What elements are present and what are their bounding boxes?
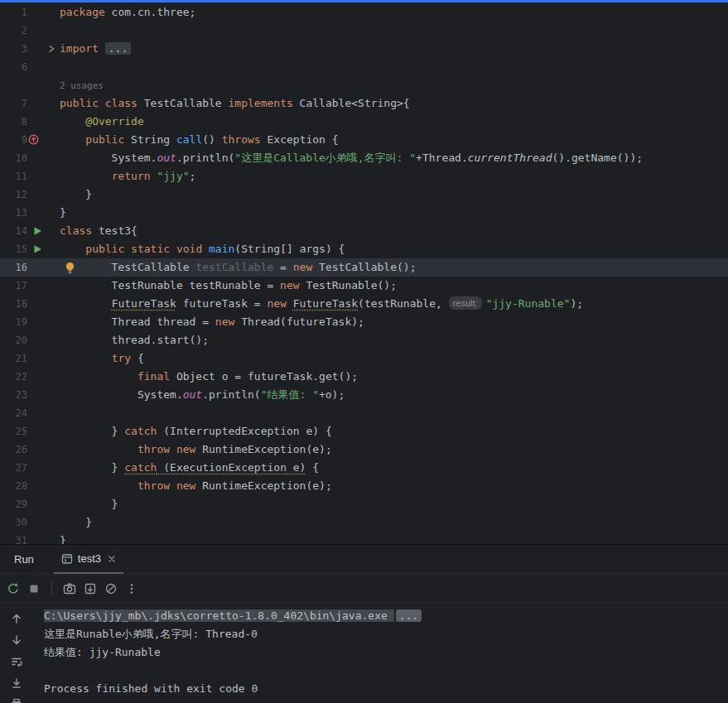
gutter (27, 204, 60, 222)
code-line[interactable]: 7public class TestCallable implements Ca… (0, 94, 728, 113)
code-line[interactable]: 26 throw new RuntimeException(e); (0, 441, 728, 459)
gutter (27, 40, 60, 58)
line-number: 14 (0, 222, 27, 240)
code-line[interactable]: 15 public static void main(String[] args… (0, 240, 728, 258)
token: static (131, 243, 170, 255)
line-number: 31 (0, 532, 27, 544)
usages-hint[interactable]: 2 usages (60, 80, 104, 91)
more-icon[interactable] (125, 582, 138, 595)
line-number: 13 (0, 204, 27, 222)
code-line[interactable]: 30 } (0, 513, 728, 532)
code-line[interactable]: 25 } catch (InterruptedException e) { (0, 422, 728, 441)
code-line[interactable]: 18 FutureTask futureTask = new FutureTas… (0, 295, 728, 313)
down-icon[interactable] (10, 633, 23, 647)
code-line[interactable]: 14class test3{ (0, 222, 728, 240)
code-line[interactable]: 8 @Override (0, 113, 728, 131)
token: RuntimeException(e); (195, 479, 331, 492)
code-text: TestRunable testRunable = new TestRunabl… (60, 277, 728, 295)
softwrap-icon[interactable] (10, 655, 23, 668)
code-line[interactable]: 29 } (0, 495, 728, 513)
code-line[interactable]: 2 (0, 22, 728, 40)
inlay-hint-row[interactable]: 2 usages (0, 76, 728, 94)
camera-icon[interactable] (63, 582, 76, 595)
token: new (267, 297, 286, 310)
bulb-icon[interactable] (65, 262, 75, 274)
code-line[interactable]: 6 (0, 58, 728, 76)
token: public (85, 243, 124, 255)
code-line[interactable]: 1package com.cn.three; (0, 3, 728, 22)
run-icon[interactable] (33, 226, 42, 236)
line-number: 28 (0, 477, 27, 495)
code-line[interactable]: 17 TestRunable testRunable = new TestRun… (0, 277, 728, 295)
token: } (60, 534, 66, 544)
code-line[interactable]: 22 final Object o = futureTask.get(); (0, 368, 728, 386)
code-line[interactable]: 23 System.out.println("结果值: "+o); (0, 386, 728, 404)
code-editor[interactable]: 1package com.cn.three;23import ...62 usa… (0, 2, 728, 544)
code-text: package com.cn.three; (60, 3, 728, 22)
line-number: 12 (0, 185, 27, 204)
token: Thread(futureTask); (234, 315, 364, 328)
clear-icon[interactable] (104, 582, 118, 595)
fold-icon[interactable] (47, 45, 55, 53)
token (170, 443, 176, 455)
code-line[interactable]: 19 Thread thread = new Thread(futureTask… (0, 313, 728, 331)
code-line[interactable]: 10 System.out.println("这里是Callable小弟哦,名字… (0, 149, 728, 167)
code-line[interactable]: 16 TestCallable testCallable = new TestC… (0, 258, 728, 277)
gutter (27, 76, 60, 94)
run-tab-test3[interactable]: test3 (54, 545, 123, 574)
token: currentThread (468, 152, 552, 164)
layout-icon[interactable] (84, 582, 97, 595)
code-text: System.out.println("结果值: "+o); (60, 386, 728, 404)
token: { (131, 352, 144, 364)
print-icon[interactable] (10, 698, 23, 703)
scrollend-icon[interactable] (10, 677, 23, 690)
code-line[interactable]: 27 } catch (ExecutionException e) { (0, 459, 728, 477)
code-line[interactable]: 9 public String call() throws Exception … (0, 131, 728, 149)
gutter (27, 532, 60, 544)
token: ); (570, 297, 583, 310)
run-icon[interactable] (33, 244, 42, 254)
token: out (157, 152, 176, 164)
code-text: FutureTask futureTask = new FutureTask(t… (60, 295, 728, 313)
code-line[interactable]: 24 (0, 404, 728, 422)
toolbar-separator (51, 582, 52, 595)
token: Object o = futureTask.get(); (170, 370, 358, 383)
run-header: Run test3 (0, 545, 728, 575)
code-line[interactable]: 13} (0, 204, 728, 222)
code-text: @Override (60, 113, 728, 131)
token: String (124, 133, 176, 146)
gutter (27, 149, 60, 167)
token: () (202, 133, 221, 146)
token: "结果值: " (261, 388, 319, 401)
override-icon[interactable] (28, 134, 39, 145)
code-line[interactable]: 20 thread.start(); (0, 331, 728, 349)
line-number: 30 (0, 513, 27, 532)
line-number: 11 (0, 167, 27, 185)
token: FutureTask (112, 297, 176, 310)
code-line[interactable]: 21 try { (0, 349, 728, 368)
token: out (183, 388, 202, 401)
line-number: 6 (0, 58, 27, 76)
gutter (27, 513, 60, 532)
code-line[interactable]: 31} (0, 532, 728, 544)
token: TestCallable (60, 261, 195, 273)
rerun-icon[interactable] (7, 582, 20, 595)
stop-icon[interactable] (27, 582, 41, 595)
close-icon[interactable] (108, 555, 116, 563)
token: } (60, 498, 118, 510)
up-icon[interactable] (10, 612, 23, 625)
token (60, 115, 85, 128)
token: ().getName()); (552, 152, 643, 164)
code-line[interactable]: 12 } (0, 185, 728, 204)
code-line[interactable]: 28 throw new RuntimeException(e); (0, 477, 728, 495)
token: new (280, 279, 299, 291)
token: ... (105, 42, 131, 55)
code-line[interactable]: 3import ... (0, 40, 728, 58)
token (60, 370, 137, 383)
token: new (176, 443, 195, 455)
gutter (27, 222, 60, 240)
token: return (112, 170, 151, 182)
code-line[interactable]: 11 return "jjy"; (0, 167, 728, 185)
console-output[interactable]: C:\Users\jjy_mb\.jdks\corretto-1.8.0_402… (44, 604, 728, 698)
gutter (27, 185, 60, 204)
